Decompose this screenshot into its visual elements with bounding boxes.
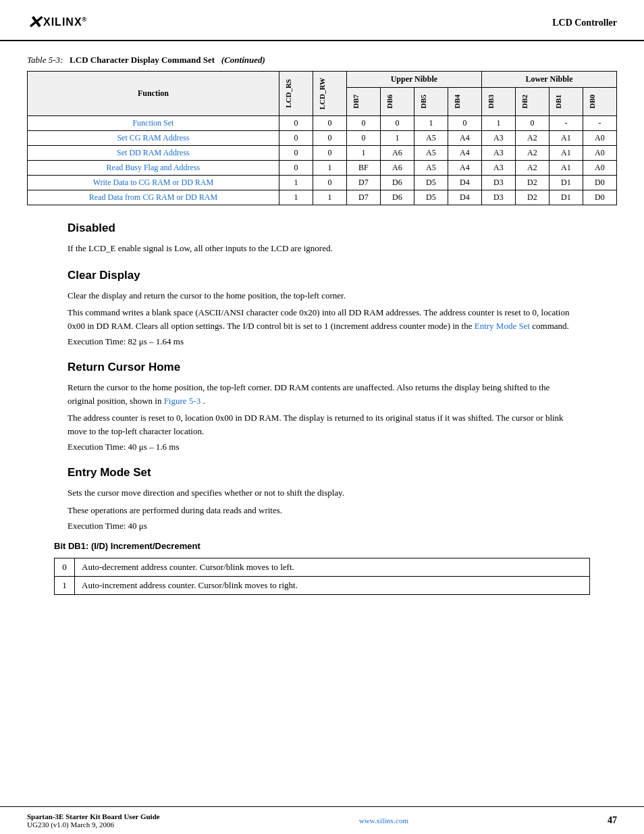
db6-cell: D6 (380, 176, 414, 190)
command-table: Function LCD_RS LCD_RW Upper Nibble Lowe… (27, 71, 617, 205)
table-row: Function Set 0 0 0 0 1 0 1 0 - - (28, 116, 617, 131)
func-link[interactable]: Read Busy Flag and Address (107, 163, 200, 172)
func-link[interactable]: Set DD RAM Address (117, 148, 190, 157)
db4-cell: A4 (448, 146, 481, 161)
th-db2: DB2 (515, 87, 549, 116)
table-row: Read Data from CG RAM or DD RAM 1 1 D7 D… (28, 190, 617, 205)
db3-cell: 1 (481, 116, 515, 131)
db7-cell: D7 (346, 176, 380, 190)
heading-return-cursor: Return Cursor Home (68, 361, 617, 374)
lcd-rw-cell: 0 (313, 131, 346, 146)
func-link[interactable]: Set CG RAM Address (117, 133, 189, 142)
return-cursor-para2: The address counter is reset to 0, locat… (68, 411, 576, 438)
db5-cell: D5 (414, 190, 448, 205)
caption-number: Table 5-3: (27, 55, 63, 65)
db3-cell: D3 (481, 190, 515, 205)
page-number: 47 (608, 815, 617, 826)
bit-val: 0 (55, 558, 75, 577)
figure-link[interactable]: Figure 5-3 (164, 396, 201, 406)
table-row: Set DD RAM Address 0 0 1 A6 A5 A4 A3 A2 … (28, 146, 617, 161)
db5-cell: A5 (414, 161, 448, 176)
th-db4: DB4 (448, 87, 481, 116)
footer-left: Spartan-3E Starter Kit Board User Guide … (27, 812, 160, 829)
lcd-rs-cell: 0 (279, 146, 313, 161)
db6-cell: A6 (380, 161, 414, 176)
footer-url[interactable]: www.xilinx.com (359, 816, 408, 825)
db1-cell: A1 (549, 146, 583, 161)
func-link[interactable]: Write Data to CG RAM or DD RAM (93, 178, 214, 187)
db3-cell: A3 (481, 146, 515, 161)
db0-cell: D0 (583, 176, 616, 190)
lcd-rs-cell: 1 (279, 190, 313, 205)
db5-cell: A5 (414, 131, 448, 146)
return-cursor-para1: Return the cursor to the home position, … (68, 381, 576, 407)
db1-cell: D1 (549, 190, 583, 205)
db0-cell: A0 (583, 146, 616, 161)
db0-cell: A0 (583, 131, 616, 146)
func-cell: Set CG RAM Address (28, 131, 279, 146)
logo-text: XILINX® (43, 16, 87, 28)
db3-cell: A3 (481, 131, 515, 146)
bit-table-row: 1 Auto-increment address counter. Cursor… (55, 577, 590, 595)
db7-cell: 0 (346, 116, 380, 131)
db7-cell: 1 (346, 146, 380, 161)
db2-cell: A2 (515, 146, 549, 161)
db7-cell: BF (346, 161, 380, 176)
lcd-rs-cell: 0 (279, 161, 313, 176)
table-row: Write Data to CG RAM or DD RAM 1 0 D7 D6… (28, 176, 617, 190)
clear-display-para1: Clear the display and return the cursor … (68, 289, 576, 303)
db4-cell: A4 (448, 131, 481, 146)
th-function: Function (28, 72, 279, 116)
bit-desc: Auto-increment address counter. Cursor/b… (75, 577, 590, 595)
db5-cell: D5 (414, 176, 448, 190)
db7-cell: D7 (346, 190, 380, 205)
db3-cell: A3 (481, 161, 515, 176)
db1-cell: A1 (549, 161, 583, 176)
db2-cell: D2 (515, 176, 549, 190)
bit-heading: Bit DB1: (I/D) Increment/Decrement (54, 541, 617, 551)
th-db3: DB3 (481, 87, 515, 116)
page-header: ✕ XILINX® LCD Controller (0, 0, 644, 41)
lcd-rw-cell: 1 (313, 161, 346, 176)
th-db5: DB5 (414, 87, 448, 116)
db6-cell: 1 (380, 131, 414, 146)
db6-cell: D6 (380, 190, 414, 205)
db4-cell: A4 (448, 161, 481, 176)
db1-cell: A1 (549, 131, 583, 146)
th-db6: DB6 (380, 87, 414, 116)
db1-cell: - (549, 116, 583, 131)
th-lower-nibble: Lower Nibble (481, 72, 616, 88)
lcd-rw-cell: 0 (313, 176, 346, 190)
page-footer: Spartan-3E Starter Kit Board User Guide … (0, 806, 644, 834)
func-cell: Set DD RAM Address (28, 146, 279, 161)
clear-display-para2: This command writes a blank space (ASCII… (68, 306, 576, 332)
th-upper-nibble: Upper Nibble (346, 72, 481, 88)
th-db0: DB0 (583, 87, 616, 116)
lcd-rw-cell: 0 (313, 116, 346, 131)
table-caption: Table 5-3: LCD Character Display Command… (27, 55, 617, 66)
db0-cell: D0 (583, 190, 616, 205)
logo-x-icon: ✕ (27, 12, 42, 33)
header-title: LCD Controller (552, 18, 617, 28)
logo: ✕ XILINX® (27, 12, 87, 33)
bit-desc: Auto-decrement address counter. Cursor/b… (75, 558, 590, 577)
heading-clear-display: Clear Display (68, 269, 617, 282)
func-link[interactable]: Read Data from CG RAM or DD RAM (89, 192, 217, 202)
db7-cell: 0 (346, 131, 380, 146)
entry-mode-set-link1[interactable]: Entry Mode Set (475, 321, 530, 331)
entry-mode-para2: These operations are performed during da… (68, 504, 576, 517)
th-lcd-rs: LCD_RS (279, 72, 313, 116)
db0-cell: - (583, 116, 616, 131)
caption-continued: (Continued) (221, 55, 265, 65)
db2-cell: D2 (515, 190, 549, 205)
table-row: Set CG RAM Address 0 0 0 1 A5 A4 A3 A2 A… (28, 131, 617, 146)
func-cell: Read Busy Flag and Address (28, 161, 279, 176)
return-cursor-exec: Execution Time: 40 μs – 1.6 ms (68, 442, 576, 452)
lcd-rs-cell: 1 (279, 176, 313, 190)
entry-mode-exec: Execution Time: 40 μs (68, 521, 576, 531)
lcd-rs-cell: 0 (279, 116, 313, 131)
func-link[interactable]: Function Set (132, 118, 173, 128)
db0-cell: A0 (583, 161, 616, 176)
bit-table-row: 0 Auto-decrement address counter. Cursor… (55, 558, 590, 577)
db3-cell: D3 (481, 176, 515, 190)
